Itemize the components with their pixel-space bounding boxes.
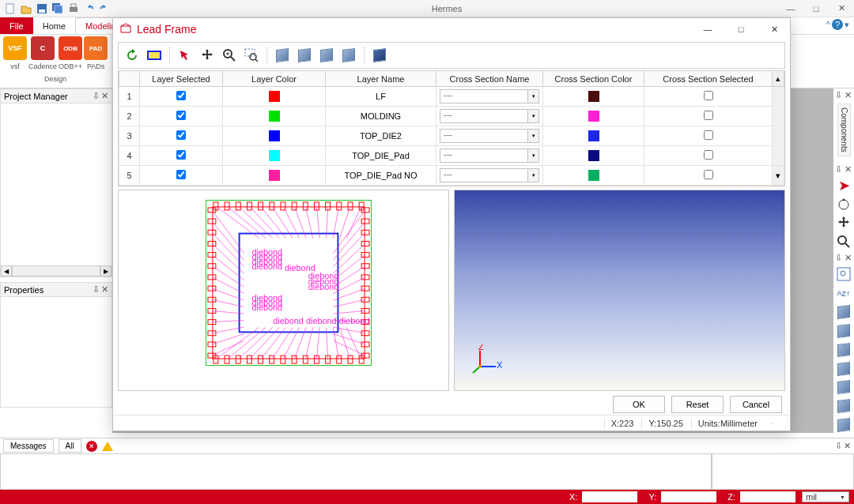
layer-selected-checkbox[interactable] [176,170,186,179]
table-scrollbar[interactable] [773,126,784,146]
table-row[interactable]: 3TOP_DIE2---▾ [119,126,784,146]
close-icon[interactable]: ✕ [844,441,851,451]
dialog-titlebar[interactable]: Lead Frame — □ ✕ [113,18,790,40]
saveall-icon[interactable] [51,2,65,16]
cross-section-selected-checkbox[interactable] [704,111,713,120]
tab-home[interactable]: Home [33,17,75,34]
warning-badge-icon[interactable] [102,442,113,451]
help-button[interactable]: ^ ? ▾ [826,19,849,30]
new-icon[interactable] [3,2,17,16]
ok-button[interactable]: OK [613,396,665,413]
unit-combo[interactable]: mil▼ [802,491,849,502]
error-badge-icon[interactable]: ✕ [86,441,97,452]
pin-icon[interactable]: ⇩ [835,253,842,263]
status-z-field[interactable] [740,491,795,502]
pan-icon[interactable] [836,216,852,231]
cross-section-color-swatch[interactable] [588,170,599,181]
ribbon-btn-vsf[interactable]: VSF vsf [3,36,27,70]
main-minimize-button[interactable]: — [781,4,800,13]
table-row[interactable]: 2MOLDING---▾ [119,107,784,126]
cross-section-dropdown[interactable]: ▾ [528,168,539,182]
cross-section-dropdown[interactable]: ▾ [528,89,539,103]
pin-icon[interactable]: ⇩ [835,441,842,451]
iso1-icon[interactable] [274,47,291,64]
cross-section-dropdown[interactable]: ▾ [528,109,539,123]
cross-section-name-input[interactable]: --- [440,89,528,103]
table-scrollbar[interactable] [773,107,784,126]
close-icon[interactable]: ✕ [101,91,108,101]
view-2d[interactable]: diebonddiebonddiebonddiebond diebonddieb… [118,190,449,391]
iso5-icon[interactable] [371,47,388,64]
print-icon[interactable] [66,2,81,16]
dialog-maximize-button[interactable]: □ [731,24,750,35]
layer-selected-checkbox[interactable] [176,150,186,160]
close-icon[interactable]: ✕ [845,90,852,100]
all-tab[interactable]: All [59,439,81,453]
zoom-fit-icon[interactable] [836,266,852,282]
iso4-icon[interactable] [340,47,357,64]
view-3d[interactable]: Z X [454,190,785,391]
zoom-icon[interactable] [836,234,852,250]
layer-color-swatch[interactable] [269,111,280,122]
cross-section-selected-checkbox[interactable] [704,170,713,179]
col-layer-name[interactable]: Layer Name [326,71,436,87]
cube3-icon[interactable] [836,342,852,358]
col-cs-selected[interactable]: Cross Section Selected [644,71,773,87]
cross-section-selected-checkbox[interactable] [704,91,713,100]
cube6-icon[interactable] [836,398,852,414]
iso2-icon[interactable] [296,47,313,64]
rectangle-icon[interactable] [145,47,163,64]
dialog-close-button[interactable]: ✕ [765,24,784,35]
cross-section-dropdown[interactable]: ▾ [528,129,539,143]
close-icon[interactable]: ✕ [845,253,852,263]
messages-tab[interactable]: Messages [3,439,54,453]
layer-selected-checkbox[interactable] [176,91,186,100]
col-cs-name[interactable]: Cross Section Name [436,71,543,87]
pin-icon[interactable]: ⇩ [93,284,100,295]
main-restore-button[interactable]: □ [807,4,826,13]
cross-section-name-input[interactable]: --- [440,109,528,123]
cube7-icon[interactable] [836,417,852,433]
project-manager-header[interactable]: Project Manager ⇩✕ [0,88,112,103]
status-y-field[interactable] [661,491,716,502]
status-x-field[interactable] [582,491,637,502]
orbit-icon[interactable] [836,197,852,213]
cross-section-selected-checkbox[interactable] [704,150,713,160]
select-arrow-icon[interactable]: ➤ [836,178,852,194]
cube2-icon[interactable] [836,323,852,339]
pin-icon[interactable]: ⇩ [93,91,100,101]
layer-color-swatch[interactable] [269,91,280,102]
layer-selected-checkbox[interactable] [176,130,186,140]
ribbon-btn-cadence[interactable]: C Cadence [28,36,57,70]
dialog-minimize-button[interactable]: — [698,24,717,35]
pointer-icon[interactable] [176,47,194,64]
cross-section-color-swatch[interactable] [588,150,599,161]
cross-section-color-swatch[interactable] [588,130,599,141]
cross-section-name-input[interactable]: --- [440,149,528,163]
zoom-region-icon[interactable] [243,47,260,64]
cube4-icon[interactable] [836,361,852,377]
save-icon[interactable] [35,2,49,16]
cross-section-color-swatch[interactable] [588,91,599,102]
main-close-button[interactable]: ✕ [832,3,851,13]
axis-text-icon[interactable]: Az↑ [836,285,852,301]
undo-icon[interactable] [82,2,96,16]
cancel-button[interactable]: Cancel [730,396,782,413]
refresh-icon[interactable] [123,47,141,64]
table-row[interactable]: 1LF---▾ [119,87,784,107]
close-icon[interactable]: ✕ [845,164,852,175]
cross-section-name-input[interactable]: --- [440,168,528,182]
components-tab[interactable]: Components [837,103,851,156]
table-scrollbar[interactable] [773,146,784,166]
zoom-icon[interactable] [221,47,238,64]
col-layer-color[interactable]: Layer Color [223,71,326,87]
scroll-left-button[interactable]: ◀ [1,265,12,276]
table-scrollbar[interactable]: ▾ [773,166,784,186]
col-cs-color[interactable]: Cross Section Color [543,71,644,87]
pin-icon[interactable]: ⇩ [835,90,842,100]
cross-section-selected-checkbox[interactable] [704,130,713,140]
redo-icon[interactable] [98,2,112,16]
table-row[interactable]: 4TOP_DIE_Pad---▾ [119,146,784,166]
table-row[interactable]: 5TOP_DIE_Pad NO---▾▾ [119,166,784,186]
iso3-icon[interactable] [318,47,335,64]
